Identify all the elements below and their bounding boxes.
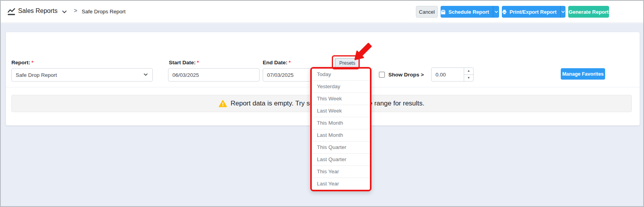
start-date-input[interactable] bbox=[168, 68, 260, 82]
chevron-down-icon[interactable] bbox=[61, 9, 68, 15]
page-title: Sales Reports bbox=[18, 7, 58, 15]
spinner-up-icon[interactable]: ▲ bbox=[464, 68, 473, 75]
preset-item-last-week[interactable]: Last Week bbox=[312, 105, 370, 117]
show-drops-checkbox[interactable] bbox=[379, 72, 385, 78]
show-drops-label: Show Drops > bbox=[388, 72, 424, 78]
report-field-label: Report:* bbox=[11, 60, 33, 65]
printer-icon bbox=[502, 9, 507, 15]
generate-report-button[interactable]: Generate Report bbox=[568, 6, 609, 18]
preset-item-last-month[interactable]: Last Month bbox=[312, 129, 370, 141]
start-date-field-label: Start Date:* bbox=[169, 60, 199, 65]
manage-favorites-button[interactable]: Manage Favorites bbox=[561, 68, 605, 80]
number-spinner: ▲ ▼ bbox=[464, 68, 473, 81]
schedule-report-button[interactable]: Schedule Report bbox=[441, 6, 499, 18]
print-export-button[interactable]: Print/Export Report bbox=[502, 6, 565, 18]
report-select-value: Safe Drop Report bbox=[16, 72, 57, 78]
schedule-report-label: Schedule Report bbox=[448, 9, 489, 15]
chart-line-icon bbox=[7, 7, 16, 16]
preset-item-yesterday[interactable]: Yesterday bbox=[312, 80, 370, 93]
preset-item-today[interactable]: Today bbox=[312, 69, 370, 80]
chevron-down-icon bbox=[143, 72, 148, 78]
top-bar: Sales Reports > Safe Drops Report Cancel… bbox=[1, 1, 643, 23]
breadcrumb-current: Safe Drops Report bbox=[82, 9, 126, 15]
schedule-dropdown-toggle[interactable] bbox=[493, 6, 499, 18]
preset-item-last-year[interactable]: Last Year bbox=[312, 178, 370, 190]
print-export-label: Print/Export Report bbox=[510, 9, 557, 15]
print-dropdown-toggle[interactable] bbox=[560, 6, 565, 18]
preset-item-this-month[interactable]: This Month bbox=[312, 117, 370, 129]
report-select[interactable]: Safe Drop Report bbox=[11, 68, 153, 82]
preset-item-this-week[interactable]: This Week bbox=[312, 93, 370, 105]
required-mark: * bbox=[197, 60, 199, 65]
breadcrumb-separator: > bbox=[74, 7, 77, 14]
cancel-button[interactable]: Cancel bbox=[416, 6, 438, 18]
warning-icon bbox=[219, 100, 227, 107]
preset-item-this-quarter[interactable]: This Quarter bbox=[312, 141, 370, 153]
calendar-icon bbox=[441, 9, 446, 15]
required-mark: * bbox=[289, 60, 291, 65]
end-date-field-label: End Date:* bbox=[263, 60, 291, 65]
drops-threshold-input[interactable] bbox=[432, 68, 464, 81]
drops-threshold-field: ▲ ▼ bbox=[431, 67, 474, 82]
required-mark: * bbox=[31, 60, 33, 65]
spinner-down-icon[interactable]: ▼ bbox=[464, 75, 473, 82]
preset-item-this-year[interactable]: This Year bbox=[312, 165, 370, 178]
preset-item-last-quarter[interactable]: Last Quarter bbox=[312, 153, 370, 165]
sales-reports-page: Sales Reports > Safe Drops Report Cancel… bbox=[0, 0, 644, 207]
presets-dropdown-menu: Today Yesterday This Week Last Week This… bbox=[310, 67, 371, 191]
